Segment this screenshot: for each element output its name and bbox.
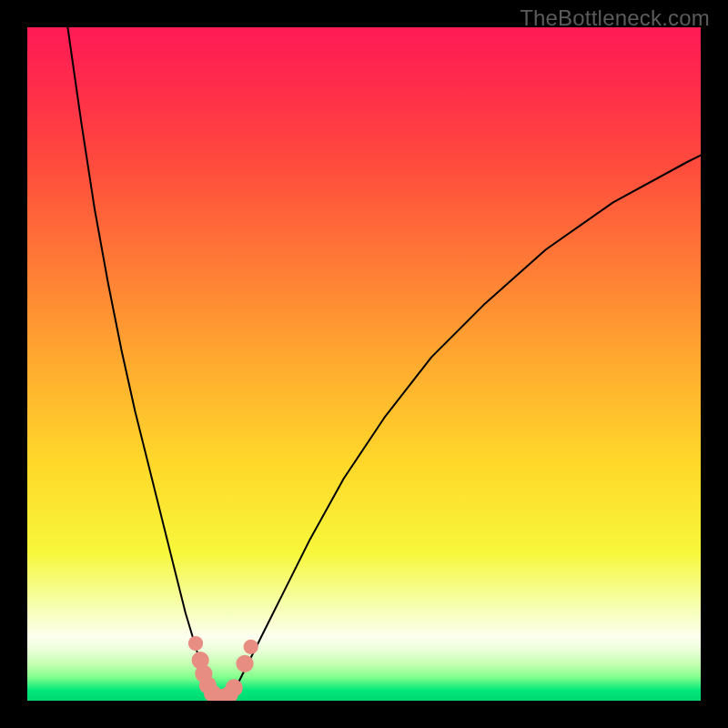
data-marker (236, 655, 253, 672)
data-marker (188, 636, 203, 651)
curve-layer (27, 27, 701, 701)
data-marker (226, 679, 243, 696)
plot-area (27, 27, 701, 701)
data-marker (244, 640, 258, 654)
series-left-branch (67, 27, 214, 697)
series-right-branch (230, 156, 701, 698)
chart-frame: TheBottleneck.com (0, 0, 728, 728)
